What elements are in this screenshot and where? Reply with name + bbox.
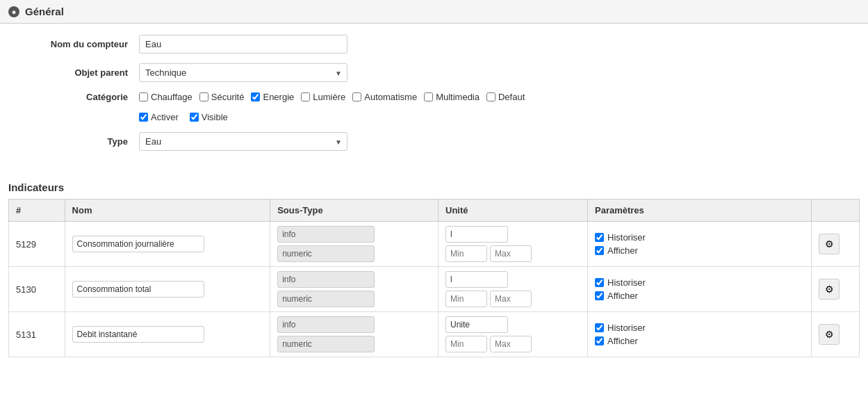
type-label: Type <box>28 136 139 147</box>
max-input-2[interactable] <box>490 336 532 352</box>
soustype-col-1 <box>277 271 431 307</box>
min-input-1[interactable] <box>445 291 487 307</box>
cat-automatisme-label: Automatisme <box>364 92 417 102</box>
param-label-2-0: Historiser <box>607 323 646 333</box>
activer-item: Activer <box>139 112 179 122</box>
unite-input-1[interactable] <box>445 271 508 288</box>
row-id-0: 5129 <box>9 222 65 267</box>
max-input-1[interactable] <box>490 291 532 307</box>
col-sous-type: Sous-Type <box>270 200 439 222</box>
gear-button-0[interactable]: ⚙ <box>819 234 840 254</box>
indicators-header-row: # Nom Sous-Type Unité Paramètres <box>9 200 860 222</box>
indicators-section: Indicateurs # Nom Sous-Type Unité Paramè… <box>0 174 868 357</box>
general-section-title: Général <box>25 6 64 17</box>
cat-defaut-checkbox[interactable] <box>486 92 496 101</box>
cat-energie-checkbox[interactable] <box>251 92 260 101</box>
unite-input-0[interactable] <box>445 226 508 243</box>
param-checkbox-2-0[interactable] <box>595 323 604 332</box>
categorie-label: Catégorie <box>28 92 139 102</box>
activer-checkbox[interactable] <box>139 113 148 122</box>
visible-checkbox[interactable] <box>190 113 199 122</box>
param-label-0-0: Historiser <box>607 232 646 243</box>
param-label-1-0: Historiser <box>607 277 646 288</box>
cat-lumiere: Lumière <box>301 92 345 102</box>
param-item-1-0: Historiser <box>595 277 804 288</box>
table-row: 5131 Histor <box>9 312 860 357</box>
general-section-header: ● Général <box>0 0 868 24</box>
min-input-2[interactable] <box>445 336 487 352</box>
col-hash: # <box>9 200 65 222</box>
row-unite-2 <box>439 312 588 357</box>
params-col-1: Historiser Afficher <box>595 277 804 301</box>
cat-automatisme-checkbox[interactable] <box>352 92 361 101</box>
visible-label: Visible <box>202 112 228 122</box>
row-nom-2 <box>65 312 270 357</box>
param-checkbox-0-0[interactable] <box>595 233 604 242</box>
objet-parent-label: Objet parent <box>28 67 139 78</box>
objet-parent-select-wrapper: Technique <box>139 63 347 82</box>
unite-col-2 <box>445 316 580 352</box>
row-actions-0: ⚙ <box>812 222 860 267</box>
soustype1-input-1[interactable] <box>277 271 375 288</box>
col-actions <box>812 200 860 222</box>
cat-automatisme: Automatisme <box>352 92 417 102</box>
nom-input-1[interactable] <box>72 281 204 298</box>
row-soustype-1 <box>270 267 439 312</box>
nom-input-2[interactable] <box>72 326 204 343</box>
cat-multimedia: Multimedia <box>424 92 480 102</box>
minmax-row-0 <box>445 245 580 262</box>
param-item-2-1: Afficher <box>595 336 804 346</box>
general-form: Nom du compteur Objet parent Technique C… <box>0 24 868 174</box>
row-nom-0 <box>65 222 270 267</box>
param-checkbox-1-1[interactable] <box>595 291 604 300</box>
param-item-0-1: Afficher <box>595 245 804 256</box>
param-label-0-1: Afficher <box>607 245 638 256</box>
toggle-icon[interactable]: ● <box>8 6 19 17</box>
activer-visible-row: Activer Visible <box>139 112 840 122</box>
cat-securite: Sécurité <box>199 92 245 102</box>
cat-lumiere-checkbox[interactable] <box>301 92 310 101</box>
cat-chauffage: Chauffage <box>139 92 193 102</box>
soustype2-input-2[interactable] <box>277 336 375 352</box>
row-id-1: 5130 <box>9 267 65 312</box>
gear-button-1[interactable]: ⚙ <box>819 279 840 300</box>
type-select[interactable]: Eau <box>139 132 347 151</box>
table-row: 5129 Histor <box>9 222 860 267</box>
objet-parent-select[interactable]: Technique <box>139 63 347 82</box>
soustype1-input-0[interactable] <box>277 226 375 243</box>
nom-input-0[interactable] <box>72 236 204 252</box>
minmax-row-1 <box>445 291 580 307</box>
row-soustype-0 <box>270 222 439 267</box>
min-input-0[interactable] <box>445 245 487 262</box>
param-checkbox-2-1[interactable] <box>595 336 604 345</box>
activer-label: Activer <box>151 112 179 122</box>
param-checkbox-1-0[interactable] <box>595 278 604 287</box>
max-input-0[interactable] <box>490 245 532 262</box>
soustype1-input-2[interactable] <box>277 316 375 333</box>
param-label-1-1: Afficher <box>607 291 638 301</box>
cat-multimedia-label: Multimedia <box>436 92 480 102</box>
row-unite-0 <box>439 222 588 267</box>
unite-input-2[interactable] <box>445 316 508 333</box>
indicators-thead: # Nom Sous-Type Unité Paramètres <box>9 200 860 222</box>
table-row: 5130 Histor <box>9 267 860 312</box>
soustype2-input-0[interactable] <box>277 245 375 262</box>
objet-parent-row: Objet parent Technique <box>28 63 840 82</box>
indicators-tbody: 5129 Histor <box>9 222 860 357</box>
cat-chauffage-checkbox[interactable] <box>139 92 148 101</box>
cat-energie: Energie <box>251 92 294 102</box>
indicators-table: # Nom Sous-Type Unité Paramètres 5129 <box>8 199 860 357</box>
param-checkbox-0-1[interactable] <box>595 246 604 255</box>
row-nom-1 <box>65 267 270 312</box>
nom-input[interactable] <box>139 35 347 54</box>
gear-button-2[interactable]: ⚙ <box>819 324 840 345</box>
nom-label: Nom du compteur <box>28 39 139 49</box>
cat-securite-checkbox[interactable] <box>199 92 208 101</box>
indicators-title: Indicateurs <box>8 181 860 193</box>
row-id-2: 5131 <box>9 312 65 357</box>
soustype2-input-1[interactable] <box>277 291 375 307</box>
row-params-1: Historiser Afficher <box>588 267 812 312</box>
type-row: Type Eau <box>28 132 840 151</box>
cat-multimedia-checkbox[interactable] <box>424 92 433 101</box>
cat-energie-label: Energie <box>263 92 294 102</box>
